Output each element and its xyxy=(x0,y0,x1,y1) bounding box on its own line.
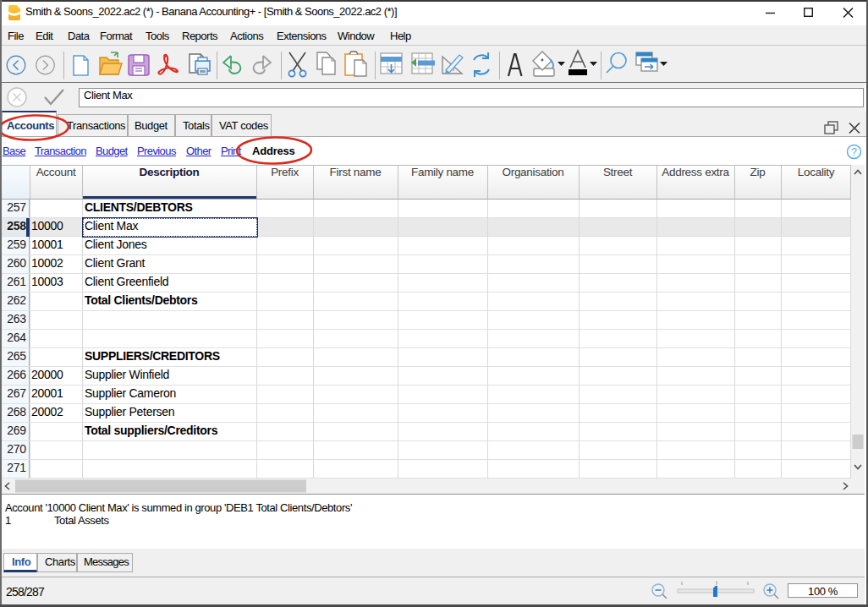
svg-text:?: ? xyxy=(851,146,857,158)
